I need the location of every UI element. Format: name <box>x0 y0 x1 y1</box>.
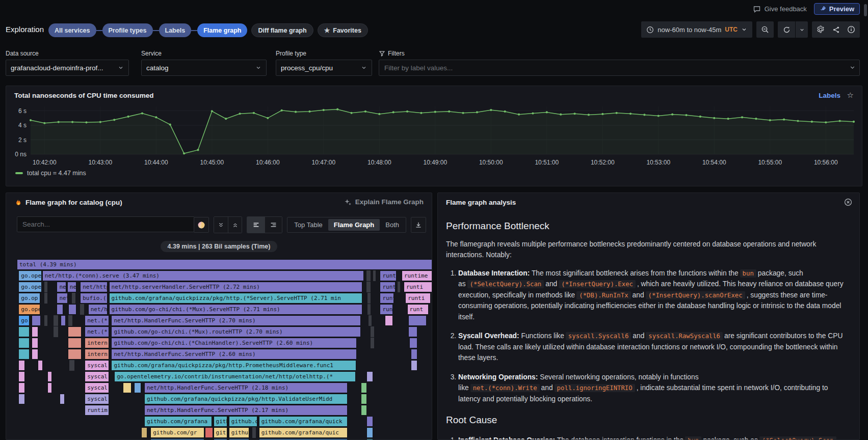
view-option-both[interactable]: Both <box>380 219 405 231</box>
flame-block[interactable] <box>366 282 371 292</box>
flame-block[interactable]: syscal <box>85 394 109 404</box>
flame-block[interactable] <box>411 349 417 360</box>
flame-block[interactable]: net/http.HandlerFunc.ServeHTTP (2.17 min… <box>144 405 348 416</box>
flame-block[interactable]: github.com/grafana <box>144 416 212 427</box>
flame-block[interactable]: net/http <box>80 282 108 292</box>
tab-all-services[interactable]: All services <box>48 23 96 37</box>
flame-block[interactable] <box>123 382 131 393</box>
flame-block[interactable] <box>47 371 52 382</box>
flame-block[interactable]: ne <box>67 282 76 292</box>
flame-block[interactable] <box>18 349 30 360</box>
flame-block[interactable] <box>72 293 75 304</box>
flame-graph[interactable]: total (4.39 mins)go.openet/http.(*conn).… <box>17 259 432 440</box>
flame-block[interactable] <box>367 293 371 304</box>
settings-button[interactable] <box>813 21 828 38</box>
flame-block[interactable] <box>32 326 38 337</box>
preview-badge[interactable]: Preview <box>814 3 860 15</box>
flame-block[interactable]: net <box>57 293 68 304</box>
download-button[interactable] <box>411 217 426 233</box>
flame-block[interactable] <box>371 338 374 348</box>
flame-block[interactable]: bufio.( <box>80 293 108 304</box>
flame-block[interactable]: go.op <box>18 293 40 304</box>
align-left-button[interactable] <box>247 217 265 233</box>
flame-block[interactable]: net/http.HandlerFunc.ServeHTTP (2.18 min… <box>144 382 348 393</box>
flame-block[interactable] <box>134 382 141 393</box>
flame-block[interactable]: syscal <box>85 360 109 371</box>
flame-block[interactable]: github.com/grafana/quic <box>259 427 348 438</box>
flame-block[interactable]: runt <box>380 293 394 304</box>
flame-block[interactable]: go.opentelemetry.io/contrib/instrumentat… <box>114 371 356 382</box>
collapse-all-button[interactable] <box>214 217 228 233</box>
flame-block[interactable]: github.com/go-chi/chi.(*Mux).routeHTTP (… <box>111 326 360 337</box>
flame-block[interactable]: intern <box>85 349 109 360</box>
label-filter-input[interactable] <box>379 60 860 76</box>
flame-block[interactable] <box>371 326 374 337</box>
explain-flame-graph-button[interactable]: Explain Flame Graph <box>344 198 424 206</box>
tab-labels[interactable]: Labels <box>159 23 192 37</box>
flame-block[interactable]: net.(* <box>85 315 109 326</box>
refresh-interval-dropdown[interactable] <box>796 21 808 38</box>
flame-block[interactable]: runt <box>380 270 397 281</box>
flame-block[interactable] <box>69 360 74 371</box>
flame-block[interactable] <box>366 427 373 438</box>
flame-block[interactable]: total (4.39 mins) <box>17 259 432 270</box>
flame-block[interactable]: net/http.HandlerFunc.ServeHTTP (2.70 min… <box>111 315 360 326</box>
flame-block[interactable] <box>411 360 417 371</box>
flame-block[interactable] <box>38 360 43 371</box>
flame-block[interactable] <box>141 427 147 438</box>
flame-block[interactable]: git <box>214 427 227 438</box>
flame-block[interactable]: github.c <box>229 416 257 427</box>
flame-block[interactable] <box>18 360 24 371</box>
flame-block[interactable] <box>369 315 372 326</box>
flame-block[interactable] <box>361 382 367 393</box>
flame-block[interactable] <box>373 270 376 281</box>
flame-block[interactable]: intern <box>85 338 109 348</box>
flame-block[interactable]: net/ht <box>88 304 108 315</box>
view-option-flame-graph[interactable]: Flame Graph <box>328 219 380 231</box>
flame-block[interactable] <box>361 405 367 416</box>
datasource-select[interactable]: grafanacloud-demoinfra-prof... <box>6 60 129 76</box>
flame-block[interactable] <box>68 338 82 348</box>
flame-block[interactable]: net/http.(*conn).serve (3.47 mins) <box>42 270 364 281</box>
flame-block[interactable] <box>385 315 393 326</box>
color-scheme-button[interactable] <box>194 217 209 233</box>
flame-block[interactable] <box>398 282 401 292</box>
flame-block[interactable]: github.com/grafana/quick <box>259 416 348 427</box>
chart-legend[interactable]: total cpu = 4.47 mins <box>15 170 86 177</box>
flame-block[interactable] <box>409 338 417 348</box>
info-button[interactable] <box>844 21 859 38</box>
flame-block[interactable]: net/http.HandlerFunc.ServeHTTP (2.60 min… <box>111 349 357 360</box>
refresh-button[interactable] <box>778 21 795 38</box>
flame-block[interactable] <box>366 371 373 382</box>
flame-block[interactable] <box>366 270 371 281</box>
flame-block[interactable] <box>54 326 58 337</box>
flame-block[interactable]: go.ope <box>18 270 42 281</box>
flame-block[interactable] <box>60 394 65 404</box>
flame-block[interactable]: runti <box>404 282 432 292</box>
flame-block[interactable] <box>44 315 47 326</box>
flame-block[interactable] <box>68 315 72 326</box>
flame-block[interactable] <box>18 382 24 393</box>
flame-block[interactable] <box>18 394 24 404</box>
share-button[interactable] <box>828 21 844 38</box>
flame-block[interactable]: github.com/gr <box>150 427 204 438</box>
flame-block[interactable]: net/http.serverHandler.ServeHTTP (2.72 m… <box>109 282 363 292</box>
profile-type-select[interactable]: process_cpu/cpu <box>276 60 372 76</box>
flame-block[interactable] <box>367 304 371 315</box>
flame-block[interactable]: runti <box>405 293 431 304</box>
scrollbar-thumb[interactable] <box>864 4 867 16</box>
flame-block[interactable]: github.com/grafana/quickpizza/pkg/http.P… <box>111 360 356 371</box>
flame-block[interactable] <box>47 382 52 393</box>
flame-block[interactable] <box>18 326 30 337</box>
time-range-picker[interactable]: now-60m to now-45m UTC <box>641 21 752 38</box>
flame-block[interactable] <box>18 338 30 348</box>
flame-block[interactable] <box>32 349 38 360</box>
flame-block[interactable] <box>80 304 84 315</box>
flame-block[interactable]: go.ope <box>18 304 40 315</box>
labels-link[interactable]: Labels <box>819 92 840 99</box>
flame-block[interactable] <box>61 315 66 326</box>
flame-block[interactable]: github.com/grafana/quickpizza/pkg/http.(… <box>109 293 363 304</box>
flame-block[interactable] <box>366 416 373 427</box>
service-select[interactable]: catalog <box>141 60 267 76</box>
tab-favorites[interactable]: ★ Favorites <box>318 23 368 37</box>
